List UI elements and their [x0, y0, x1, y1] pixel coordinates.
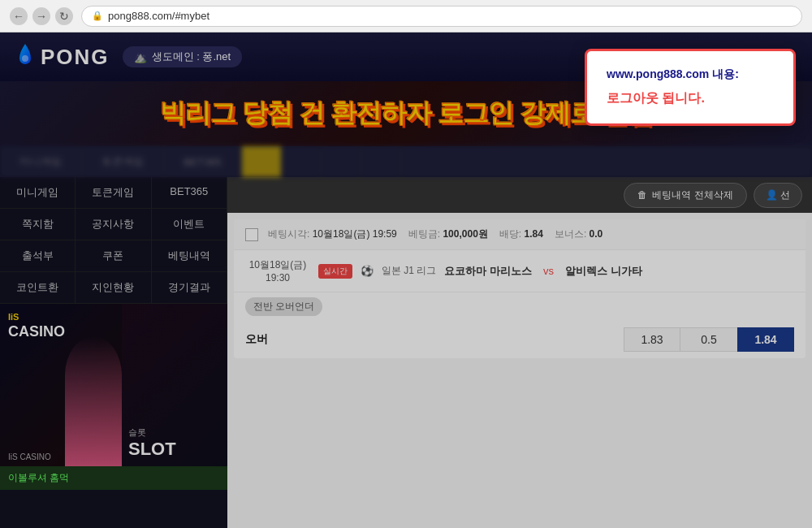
back-button[interactable]: ←: [10, 7, 28, 25]
alert-dialog: www.pong888.com 내용: 로그아웃 됩니다.: [585, 49, 796, 126]
dialog-title: www.pong888.com 내용:: [607, 67, 774, 82]
browser-nav-buttons: ← → ↻: [10, 7, 73, 25]
dialog-overlay[interactable]: www.pong888.com 내용: 로그아웃 됩니다.: [0, 32, 812, 528]
refresh-button[interactable]: ↻: [55, 7, 73, 25]
website-container: PONG ⛰️ 생도메인 : 퐁.net 빅리그 당첨 건 환전하자 로그인 강…: [0, 32, 812, 528]
dialog-message: 로그아웃 됩니다.: [607, 90, 774, 107]
forward-button[interactable]: →: [32, 7, 50, 25]
lock-icon: 🔒: [92, 11, 103, 21]
url-text: pong888.com/#mybet: [108, 10, 209, 22]
address-bar[interactable]: 🔒 pong888.com/#mybet: [81, 6, 802, 27]
browser-chrome: ← → ↻ 🔒 pong888.com/#mybet: [0, 0, 812, 32]
